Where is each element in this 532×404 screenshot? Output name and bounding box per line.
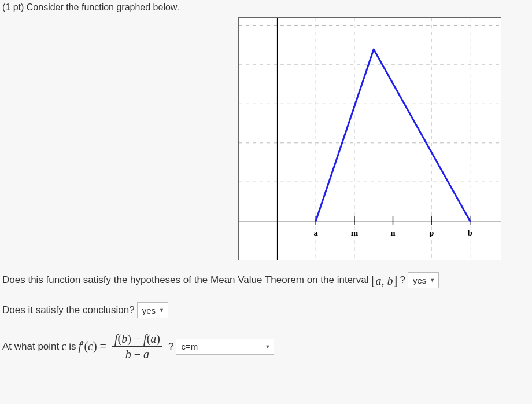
q2-text: Does it satisfy the conclusion? [2, 304, 135, 316]
tick-b: b [468, 228, 472, 237]
tick-n: n [390, 228, 396, 237]
caret-down-icon: ▼ [430, 277, 435, 283]
caret-down-icon: ▼ [159, 307, 164, 313]
tick-p: p [429, 228, 434, 237]
problem-prompt: (1 pt) Consider the function graphed bel… [2, 2, 532, 13]
tick-a: a [313, 228, 318, 237]
prompt-text: Consider the function graphed below. [27, 2, 179, 12]
q3-fraction: f(b) − f(a) b − a [112, 332, 162, 361]
q3-select-value: c=m [181, 341, 198, 351]
q3-is: is [69, 341, 76, 352]
q1-select[interactable]: yes ▼ [408, 272, 439, 288]
q3-select[interactable]: c=m ▼ [176, 339, 274, 355]
tick-m: m [351, 228, 359, 237]
question-2: Does it satisfy the conclusion? yes ▼ [2, 302, 532, 318]
q3-fprime: f′(c) = [78, 340, 106, 353]
function-graph: a m n p b [238, 17, 501, 260]
q2-select-value: yes [142, 306, 156, 315]
q3-prefix: At what point [2, 341, 59, 352]
interval-math: [a, b] [371, 273, 397, 288]
q2-select[interactable]: yes ▼ [137, 302, 168, 318]
q1-select-value: yes [413, 276, 426, 285]
q1-text: Does this function satisfy the hypothese… [2, 274, 368, 286]
question-1: Does this function satisfy the hypothese… [2, 272, 532, 288]
q3-c: c [61, 340, 66, 353]
point-value: (1 pt) [2, 2, 24, 12]
question-3: At what point c is f′(c) = f(b) − f(a) b… [2, 332, 532, 361]
caret-down-icon: ▼ [265, 344, 271, 350]
q3-qmark: ? [168, 341, 173, 352]
graph-svg: a m n p b [239, 18, 501, 260]
